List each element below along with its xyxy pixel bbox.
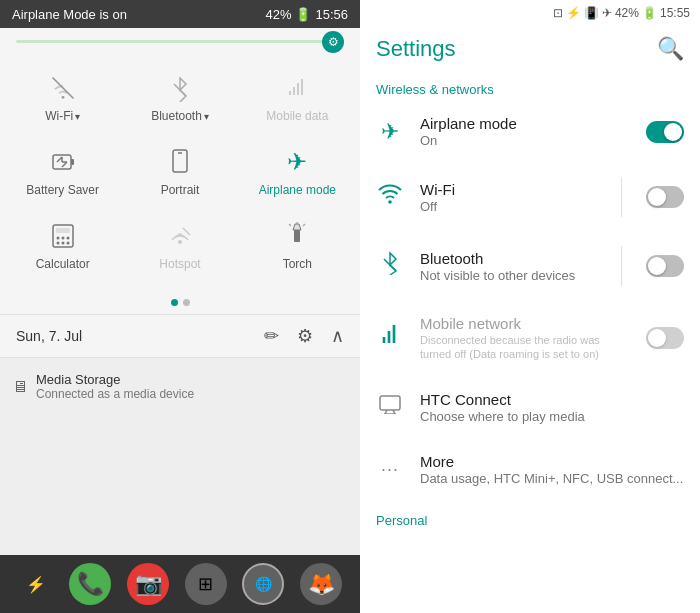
tile-mobile[interactable]: Mobile data bbox=[239, 61, 356, 135]
brightness-thumb[interactable] bbox=[322, 31, 344, 53]
settings-gear-icon[interactable]: ⚙ bbox=[297, 325, 313, 347]
tile-torch-label: Torch bbox=[283, 257, 312, 271]
tile-calculator[interactable]: Calculator bbox=[4, 209, 121, 283]
bluetooth-setting-icon bbox=[376, 251, 404, 281]
dock-phone-icon[interactable]: 📞 bbox=[69, 563, 111, 605]
tile-torch[interactable]: Torch bbox=[239, 209, 356, 283]
settings-item-more[interactable]: ··· More Data usage, HTC Mini+, NFC, USB… bbox=[360, 439, 700, 501]
airplane-setting-icon: ✈ bbox=[376, 119, 404, 145]
right-clock: 15:55 bbox=[660, 6, 690, 20]
airplane-tile-icon: ✈ bbox=[287, 147, 307, 177]
tile-airplane-label: Airplane mode bbox=[259, 183, 336, 197]
notif-title: Media Storage bbox=[36, 372, 194, 387]
left-status-bar: Airplane Mode is on 42% 🔋 15:56 bbox=[0, 0, 360, 28]
dot-active bbox=[171, 299, 178, 306]
tile-bluetooth[interactable]: Bluetooth ▾ bbox=[121, 61, 238, 135]
right-status-icons: ⊡ ⚡ 📳 ✈ 42% 🔋 15:55 bbox=[553, 6, 690, 20]
svg-rect-28 bbox=[380, 396, 400, 410]
mobile-toggle[interactable] bbox=[646, 327, 684, 349]
tile-wifi-label: Wi-Fi ▾ bbox=[45, 109, 80, 123]
left-panel: Airplane Mode is on 42% 🔋 15:56 bbox=[0, 0, 360, 613]
mobile-icon bbox=[285, 73, 309, 103]
svg-marker-21 bbox=[293, 224, 301, 230]
dock-camera-icon[interactable]: 📷 bbox=[127, 563, 169, 605]
tile-airplane[interactable]: ✈ Airplane mode bbox=[239, 135, 356, 209]
mobile-setting-icon bbox=[376, 323, 404, 353]
vibrate-icon: 📳 bbox=[584, 6, 599, 20]
svg-line-20 bbox=[183, 228, 190, 235]
wifi-setting-icon bbox=[376, 184, 404, 210]
airplane-mode-label: Airplane Mode is on bbox=[12, 7, 127, 22]
svg-point-26 bbox=[388, 200, 392, 204]
settings-item-bluetooth[interactable]: Bluetooth Not visible to other devices bbox=[360, 232, 700, 301]
battery-percent: 42% bbox=[265, 7, 291, 22]
tile-battery-saver[interactable]: Battery Saver bbox=[4, 135, 121, 209]
svg-rect-4 bbox=[71, 159, 74, 165]
wifi-setting-sub: Off bbox=[420, 199, 597, 214]
search-button[interactable]: 🔍 bbox=[657, 36, 684, 62]
battery-icon: 🔋 bbox=[295, 7, 311, 22]
usb-right-icon: ⚡ bbox=[566, 6, 581, 20]
notification-area: 🖥 Media Storage Connected as a media dev… bbox=[0, 358, 360, 555]
torch-icon bbox=[285, 221, 309, 251]
usb-status-icon: ⚡ bbox=[18, 571, 54, 598]
wireless-section-header: Wireless & networks bbox=[360, 74, 700, 101]
mobile-setting-title: Mobile network bbox=[420, 315, 630, 332]
airplane-texts: Airplane mode On bbox=[420, 115, 630, 148]
settings-item-htcconnect[interactable]: HTC Connect Choose where to play media bbox=[360, 377, 700, 439]
svg-line-24 bbox=[303, 224, 305, 226]
bluetooth-setting-title: Bluetooth bbox=[420, 250, 597, 267]
more-texts: More Data usage, HTC Mini+, NFC, USB con… bbox=[420, 453, 684, 486]
tile-wifi[interactable]: Wi-Fi ▾ bbox=[4, 61, 121, 135]
wifi-setting-title: Wi-Fi bbox=[420, 181, 597, 198]
notif-sub: Connected as a media device bbox=[36, 387, 194, 401]
date-actions: ✏ ⚙ ∧ bbox=[264, 325, 344, 347]
mobile-texts: Mobile network Disconnected because the … bbox=[420, 315, 630, 362]
hotspot-icon bbox=[167, 221, 193, 251]
bluetooth-toggle[interactable] bbox=[646, 255, 684, 277]
tile-hotspot[interactable]: Hotspot bbox=[121, 209, 238, 283]
brightness-track[interactable] bbox=[16, 40, 344, 43]
htcconnect-title: HTC Connect bbox=[420, 391, 684, 408]
bluetooth-icon bbox=[168, 73, 192, 103]
tile-hotspot-label: Hotspot bbox=[159, 257, 200, 271]
quick-tiles: Wi-Fi ▾ Bluetooth ▾ bbox=[0, 53, 360, 291]
collapse-icon[interactable]: ∧ bbox=[331, 325, 344, 347]
right-status-bar: ⊡ ⚡ 📳 ✈ 42% 🔋 15:55 bbox=[360, 0, 700, 26]
svg-point-19 bbox=[178, 240, 182, 244]
edit-icon[interactable]: ✏ bbox=[264, 325, 279, 347]
tile-portrait-label: Portrait bbox=[161, 183, 200, 197]
dock-apps-icon[interactable]: ⊞ bbox=[185, 563, 227, 605]
settings-item-airplane[interactable]: ✈ Airplane mode On bbox=[360, 101, 700, 163]
settings-item-wifi[interactable]: Wi-Fi Off bbox=[360, 163, 700, 232]
media-storage-icon: 🖥 bbox=[12, 378, 28, 396]
page-dots bbox=[0, 291, 360, 314]
svg-point-18 bbox=[66, 242, 69, 245]
airplane-toggle[interactable] bbox=[646, 121, 684, 143]
dock-browser-icon[interactable]: 🌐 bbox=[242, 563, 284, 605]
portrait-icon bbox=[170, 147, 190, 177]
media-icon: ⊡ bbox=[553, 6, 563, 20]
wifi-icon bbox=[49, 73, 77, 103]
battery-saver-icon bbox=[50, 147, 76, 177]
wifi-toggle[interactable] bbox=[646, 186, 684, 208]
bluetooth-toggle-thumb bbox=[648, 257, 666, 275]
right-battery-pct: 42% bbox=[615, 6, 639, 20]
notif-texts: Media Storage Connected as a media devic… bbox=[36, 372, 194, 401]
settings-title: Settings bbox=[376, 36, 456, 62]
settings-item-mobile[interactable]: Mobile network Disconnected because the … bbox=[360, 301, 700, 377]
right-panel: ⊡ ⚡ 📳 ✈ 42% 🔋 15:55 Settings 🔍 Wireless … bbox=[360, 0, 700, 613]
mobile-toggle-thumb bbox=[648, 329, 666, 347]
notif-media-storage[interactable]: 🖥 Media Storage Connected as a media dev… bbox=[12, 366, 348, 407]
dock-firefox-icon[interactable]: 🦊 bbox=[300, 563, 342, 605]
bluetooth-texts: Bluetooth Not visible to other devices bbox=[420, 250, 597, 283]
date-bar: Sun, 7. Jul ✏ ⚙ ∧ bbox=[0, 315, 360, 357]
svg-point-13 bbox=[56, 237, 59, 240]
tile-mobile-label: Mobile data bbox=[266, 109, 328, 123]
airplane-sub: On bbox=[420, 133, 630, 148]
right-header: Settings 🔍 bbox=[360, 26, 700, 74]
tile-portrait[interactable]: Portrait bbox=[121, 135, 238, 209]
brightness-bar[interactable] bbox=[0, 28, 360, 53]
airplane-title: Airplane mode bbox=[420, 115, 630, 132]
date-text: Sun, 7. Jul bbox=[16, 328, 264, 344]
